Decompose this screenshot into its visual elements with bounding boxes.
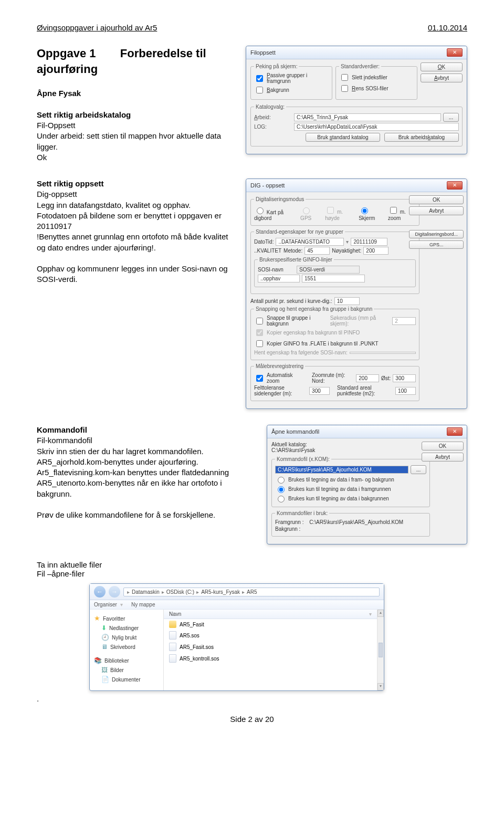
breadcrumb[interactable]: ▸ Datamaskin▸ OSDisk (C:)▸ AR5-kurs_Fysa…: [123, 588, 380, 596]
stdeg-legend: Standard-egenskaper for nye grupper: [254, 229, 345, 235]
sidebar-item[interactable]: ⬇Nedlastinger: [90, 623, 163, 633]
framgrunn-val: C:\AR5\kurs\Fysak\AR5_Ajourhold.KOM: [309, 519, 403, 525]
datotid-val-input[interactable]: 20111109: [351, 238, 387, 246]
fil-kommandofil: Fil-kommandofil: [37, 435, 258, 446]
snapping-legend: Snapping og hent egenskap fra gruppe i b…: [254, 306, 374, 312]
dig-title: DIG - oppsett: [250, 182, 285, 188]
sidebar-item[interactable]: 🖥Skrivebord: [90, 642, 163, 652]
apne-path-input[interactable]: C:\AR5\kurs\Fysak\AR5_Ajourhold.KOM: [275, 466, 408, 474]
passive-checkbox[interactable]: [256, 75, 263, 82]
open-fysak: Åpne Fysak: [37, 88, 237, 99]
arbeid-input[interactable]: C:\AR5_Trinn3_Fysak: [294, 113, 441, 121]
dig-ok-button[interactable]: OK: [409, 195, 464, 204]
navn-header[interactable]: Navn: [169, 611, 181, 617]
file-item[interactable]: AR5.sos: [164, 630, 377, 641]
gps-button[interactable]: GPS...: [409, 240, 464, 249]
ibruk-legend: Kommandofiler i bruk:: [275, 510, 329, 516]
forward-icon[interactable]: →: [109, 586, 120, 598]
apne-browse-button[interactable]: ...: [411, 465, 426, 474]
file-item[interactable]: AR5_Fasit.sos: [164, 641, 377, 653]
benyttes-text: !Benyttes annet grunnlag enn ortofoto må…: [37, 232, 237, 253]
apne-r3[interactable]: [278, 496, 285, 502]
ok-button[interactable]: OK: [421, 62, 463, 71]
bakgrunn-label: Bakgrunn :: [275, 526, 300, 532]
skriv-text: Skriv inn stien der du har lagret komman…: [37, 446, 258, 457]
hoyde-check: m. høyde: [325, 205, 354, 221]
peking-legend: Peking på skjerm:: [254, 64, 299, 69]
filoppsett-dialog: Filoppsett ✕ Peking på skjerm: Passive g…: [246, 46, 467, 154]
antall-input[interactable]: 10: [334, 297, 360, 305]
close-icon[interactable]: ✕: [447, 181, 463, 190]
sidebar-item[interactable]: 📄Dokumenter: [90, 675, 163, 684]
apne-dialog: Åpne kommandofil ✕ OK Avbryt Aktuell kat…: [267, 425, 467, 544]
sidebar-item[interactable]: 🖼Bilder: [90, 665, 163, 675]
snappe-check[interactable]: [256, 318, 263, 324]
filoppsett-title: Filoppsett: [250, 49, 276, 56]
skjerm-radio[interactable]: Skjerm: [359, 206, 384, 221]
apne-katalog: C:\AR5\kurs\Fysak: [271, 447, 430, 453]
back-icon[interactable]: ←: [94, 586, 106, 598]
apne-title: Åpne kommandofil: [271, 428, 319, 435]
fil-oppsett-text: Fil-Oppsett: [37, 120, 237, 131]
dig-avbryt-button[interactable]: Avbryt: [409, 206, 464, 215]
doc-date: 01.10.2014: [428, 23, 467, 32]
nymappe-button[interactable]: Ny mappe: [131, 602, 155, 607]
standard-legend: Standardverdier:: [339, 64, 381, 69]
sett-oppsett-head: Sett riktig oppsett: [37, 179, 104, 188]
std-katalog-button[interactable]: Bruk standard katalog: [306, 133, 380, 142]
apne-r2[interactable]: [278, 486, 285, 493]
dig-oppsett-text: Dig-oppsett: [37, 189, 237, 200]
apne-ok-button[interactable]: OK: [422, 442, 464, 450]
file-item[interactable]: AR5_Fasit: [164, 619, 377, 630]
fav-group[interactable]: ★Favoritter: [90, 614, 163, 623]
opphav-text: Opphav og kommunenr legges inn under Sos…: [37, 264, 237, 285]
organiser-button[interactable]: Organiser: [94, 602, 117, 607]
katalogvalg-legend: Katalogvalg:: [254, 104, 286, 110]
apne-r1[interactable]: [278, 477, 285, 484]
metode-input[interactable]: 45: [304, 247, 330, 255]
avbryt-button[interactable]: Avbryt: [421, 74, 463, 82]
noy-input[interactable]: 200: [363, 247, 388, 255]
doc-title: Øvingsoppgaver i ajourhold av Ar5: [37, 23, 157, 32]
rens-checkbox[interactable]: [341, 85, 348, 92]
scrollbar[interactable]: ▴ ▾: [377, 610, 384, 690]
modus-legend: Digitaliseringsmodus: [254, 196, 306, 202]
legg-text: Legg inn datafangstdato, kvalitet og opp…: [37, 200, 237, 211]
slett-checkbox[interactable]: [341, 74, 348, 81]
ok-text: Ok: [37, 152, 237, 163]
autozoom-check[interactable]: [256, 375, 263, 382]
felt-input[interactable]: 300: [309, 387, 330, 395]
datotid-name-input[interactable]: ..DATAFANGSTDATO: [276, 238, 344, 246]
opphav-name-input[interactable]: ..opphav: [258, 275, 300, 282]
ar5a-text: AR5_ajorhold.kom-benyttes under ajourfør…: [37, 457, 258, 467]
areal-input[interactable]: 100: [395, 387, 416, 395]
file-item[interactable]: AR5_kontroll.sos: [164, 653, 377, 664]
sidebar-item[interactable]: 🕘Nylig brukt: [90, 633, 163, 642]
close-icon[interactable]: ✕: [447, 427, 463, 436]
log-label: LOG:: [254, 124, 292, 130]
fil-apne-text: Fil –åpne-filer: [37, 569, 467, 578]
log-input[interactable]: C:\Users\krh\AppData\Local\Fysak: [294, 123, 459, 131]
bib-group[interactable]: 📚Biblioteker: [90, 656, 163, 665]
zoom-n-input[interactable]: 200: [356, 374, 379, 382]
sokeradius-input: 2: [392, 317, 416, 325]
arbeid-browse-button[interactable]: ...: [443, 113, 459, 122]
arb-katalog-button[interactable]: Bruk arbeidskatalog: [384, 133, 459, 142]
apne-avbryt-button[interactable]: Avbryt: [422, 453, 464, 462]
ta-inn-head: Ta inn aktuelle filer: [37, 560, 467, 569]
foto-text: Fotodatoen på bildene som er benyttet i …: [37, 211, 237, 232]
sosi-verdi-hdr: SOSI-verdi: [297, 266, 360, 274]
prov-text: Prøv de ulike kommandofilene for å se fo…: [37, 510, 258, 520]
kopier-ginfo-check[interactable]: [256, 340, 263, 347]
opphav-val-input[interactable]: 1551: [302, 275, 365, 282]
page-footer: Side 2 av 20: [37, 715, 467, 724]
kommandofil-head: Kommandofil: [37, 425, 258, 435]
set-catalog-head: Sett riktig arbeidskatalog: [37, 110, 237, 120]
bakgrunn-checkbox[interactable]: [256, 87, 263, 93]
zoom-o-input[interactable]: 300: [393, 374, 416, 382]
digbord-button[interactable]: Digitaliseringsbord...: [409, 230, 464, 238]
kart-radio[interactable]: Kart på digbord: [254, 206, 296, 221]
bruker-legend: Brukerspesifiserte GINFO-linjer: [258, 257, 334, 263]
kopier-eg-check: [256, 329, 263, 336]
close-icon[interactable]: ✕: [447, 48, 463, 57]
